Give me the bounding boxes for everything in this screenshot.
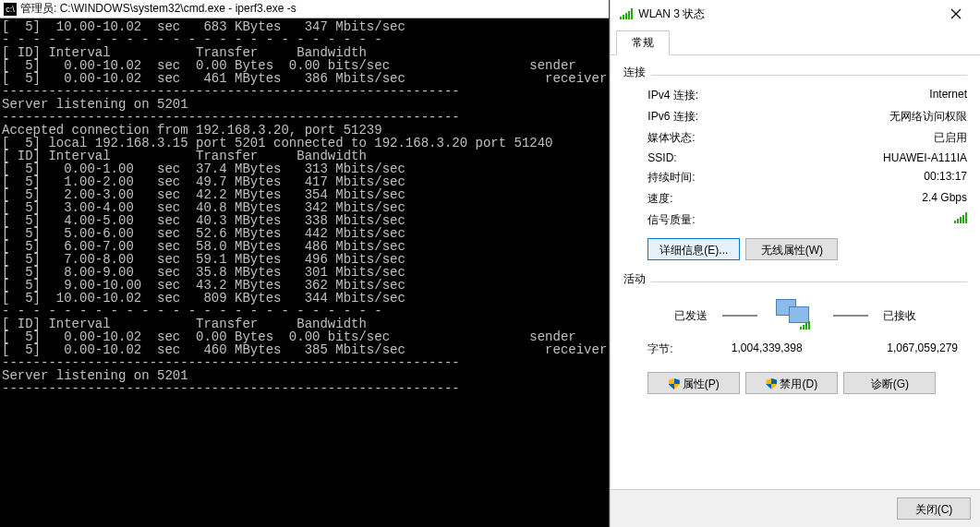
- conn-key: SSID:: [647, 151, 676, 164]
- conn-key: 速度:: [647, 191, 672, 207]
- group-connection-title: 连接: [623, 65, 967, 80]
- signal-icon: [620, 8, 633, 19]
- diagnose-button[interactable]: 诊断(G): [843, 372, 936, 394]
- bytes-received-value: 1,067,059,279: [830, 341, 958, 357]
- conn-value: Internet: [929, 88, 967, 103]
- conn-value: 00:13:17: [924, 170, 967, 186]
- conn-row: 媒体状态:已启用: [623, 127, 967, 149]
- tab-strip: 常规: [611, 28, 980, 55]
- conn-value: HUAWEI-A111IA: [883, 151, 967, 164]
- details-button[interactable]: 详细信息(E)...: [647, 238, 740, 260]
- properties-button[interactable]: 属性(P): [647, 372, 740, 394]
- conn-row: IPv4 连接:Internet: [623, 85, 967, 106]
- conn-row: 速度:2.4 Gbps: [623, 188, 967, 210]
- terminal-title: 管理员: C:\WINDOWS\system32\cmd.exe - iperf…: [20, 1, 296, 17]
- signal-quality-icon: [954, 212, 967, 223]
- wireless-properties-button[interactable]: 无线属性(W): [745, 238, 838, 260]
- shield-icon: [669, 378, 680, 389]
- bytes-label: 字节:: [647, 341, 703, 357]
- conn-value: 已启用: [934, 130, 967, 146]
- dialog-titlebar[interactable]: WLAN 3 状态: [611, 0, 980, 28]
- close-dialog-button[interactable]: 关闭(C): [897, 497, 971, 520]
- signal-quality-label: 信号质量:: [647, 212, 695, 228]
- close-button[interactable]: [938, 0, 974, 28]
- group-activity: 活动 已发送 已接收 字节: 1,004,339,398 1,: [623, 271, 967, 398]
- received-label: 已接收: [883, 308, 916, 324]
- group-activity-title: 活动: [623, 271, 967, 287]
- conn-key: 持续时间:: [647, 170, 695, 186]
- conn-value: 无网络访问权限: [889, 109, 967, 125]
- cmd-icon: c:\: [4, 3, 17, 16]
- terminal-titlebar: c:\ 管理员: C:\WINDOWS\system32\cmd.exe - i…: [0, 0, 609, 18]
- close-icon: [950, 8, 962, 19]
- sent-label: 已发送: [674, 308, 708, 324]
- disable-button[interactable]: 禁用(D): [745, 372, 838, 394]
- conn-value: 2.4 Gbps: [922, 191, 967, 207]
- conn-row: IPv6 连接:无网络访问权限: [623, 106, 967, 127]
- conn-row: SSID:HUAWEI-A111IA: [623, 149, 967, 167]
- activity-icon: [772, 297, 818, 334]
- conn-key: IPv4 连接:: [647, 88, 698, 103]
- group-connection: 连接 IPv4 连接:InternetIPv6 连接:无网络访问权限媒体状态:已…: [623, 65, 967, 262]
- conn-key: IPv6 连接:: [647, 109, 698, 125]
- bytes-sent-value: 1,004,339,398: [703, 341, 830, 357]
- terminal-output[interactable]: [ 5] 10.00-10.02 sec 683 KBytes 347 Mbit…: [0, 18, 609, 527]
- shield-icon: [766, 378, 777, 389]
- wlan-status-dialog: WLAN 3 状态 常规 连接 IPv4 连接:InternetIPv6 连接:…: [610, 0, 980, 527]
- dialog-footer: 关闭(C): [611, 489, 980, 527]
- terminal-window: c:\ 管理员: C:\WINDOWS\system32\cmd.exe - i…: [0, 0, 610, 527]
- conn-row: 持续时间:00:13:17: [623, 167, 967, 188]
- conn-key: 媒体状态:: [647, 130, 695, 146]
- dialog-title: WLAN 3 状态: [638, 6, 705, 22]
- tab-general[interactable]: 常规: [616, 30, 670, 55]
